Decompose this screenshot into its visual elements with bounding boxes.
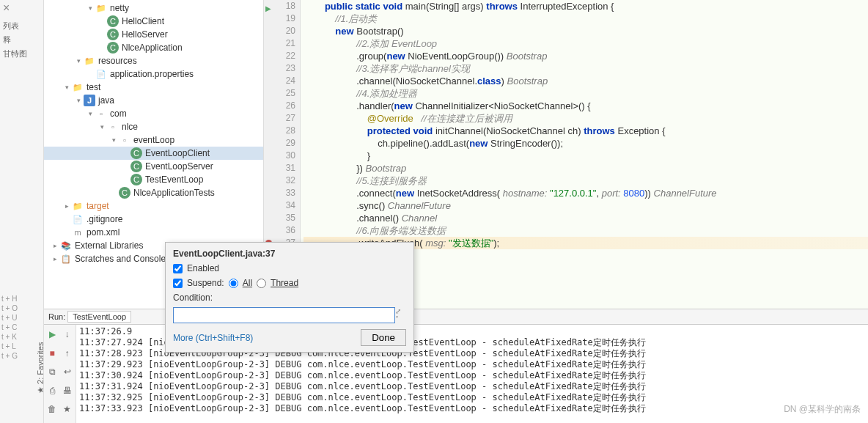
tree-item[interactable]: ▾▫eventLoop <box>44 133 263 147</box>
tree-label: test <box>87 82 100 92</box>
tree-label: External Libraries <box>75 240 143 251</box>
tree-item[interactable]: ▾▫com <box>44 107 263 120</box>
breakpoint-popup: EventLoopClient.java:37 Enabled Suspend:… <box>165 242 414 353</box>
export-icon[interactable]: ⎙ <box>45 384 59 397</box>
class-icon: C <box>107 15 119 27</box>
tree-item[interactable]: 📄.gitignore <box>44 213 263 226</box>
class-icon: C <box>130 147 142 159</box>
file-icon: 📄 <box>72 213 84 225</box>
suspend-label: Suspend: <box>187 278 224 288</box>
tree-item[interactable]: CHelloClient <box>44 15 263 28</box>
tree-label: resources <box>98 56 137 66</box>
tree-item[interactable]: ▾▫nlce <box>44 120 263 133</box>
class-icon: C <box>107 29 119 40</box>
tree-label: NlceApplicationTests <box>133 188 215 198</box>
class-icon: C <box>130 174 142 185</box>
tree-label: com <box>110 108 127 119</box>
print-icon[interactable]: 🖶 <box>61 384 74 397</box>
tree-label: nlce <box>122 122 138 132</box>
package-icon: ▫ <box>107 121 119 133</box>
tree-item[interactable]: ▾📁resources <box>44 54 263 67</box>
trash-icon[interactable]: 🗑 <box>45 402 59 416</box>
tree-item[interactable]: CHelloServer <box>44 28 263 41</box>
file-icon: 📄 <box>95 68 107 80</box>
shortcut-list: t + H t + O t + U t + C t + K t + L t + … <box>1 295 18 361</box>
sidebar-tab[interactable]: 列表 <box>3 21 40 32</box>
tree-item[interactable]: mpom.xml <box>44 226 263 239</box>
tree-label: NlceApplication <box>122 43 183 53</box>
tree-item[interactable]: ▾📁test <box>44 81 263 94</box>
tree-item[interactable]: CEventLoopServer <box>44 160 263 173</box>
java-icon: J <box>84 95 95 106</box>
tree-label: .gitignore <box>87 214 122 224</box>
close-icon[interactable]: × <box>3 1 40 15</box>
tree-label: pom.xml <box>87 227 119 238</box>
thread-radio[interactable] <box>257 279 266 288</box>
tree-item[interactable]: ▾Jjava <box>44 94 263 107</box>
tree-label: HelloServer <box>122 29 168 40</box>
sidebar-tab[interactable]: 释 <box>3 34 40 45</box>
filter-icon[interactable]: ⧉ <box>45 365 59 378</box>
tree-label: eventLoop <box>133 135 174 145</box>
folder-icon: 📁 <box>72 200 84 212</box>
scratch-icon: 📋 <box>60 253 72 265</box>
library-icon: 📚 <box>60 240 72 251</box>
tree-label: java <box>98 95 114 106</box>
class-icon: C <box>119 187 130 199</box>
tree-item[interactable]: ▸📁target <box>44 199 263 213</box>
tree-item[interactable]: CEventLoopClient <box>44 147 263 160</box>
run-config-name[interactable]: TestEventLoop <box>67 311 131 323</box>
up-icon[interactable]: ↑ <box>61 347 74 360</box>
tree-label: netty <box>110 3 129 13</box>
tree-item[interactable]: 📄application.properties <box>44 67 263 81</box>
condition-label: Condition: <box>173 293 213 303</box>
suspend-checkbox[interactable] <box>173 279 183 288</box>
package-icon: ▫ <box>119 134 130 146</box>
tree-label: TestEventLoop <box>145 174 203 185</box>
tree-label: target <box>87 201 109 211</box>
all-radio[interactable] <box>229 279 238 288</box>
package-icon: ▫ <box>95 108 107 119</box>
expand-icon[interactable]: ⤢ ˅ <box>395 307 406 323</box>
breakpoint-title: EventLoopClient.java:37 <box>173 249 406 259</box>
tree-item[interactable]: CNlceApplicationTests <box>44 186 263 199</box>
stop-icon[interactable]: ■ <box>45 347 59 360</box>
tree-item[interactable]: CNlceApplication <box>44 41 263 54</box>
settings-icon[interactable]: ★ <box>61 402 74 416</box>
run-label: Run: <box>48 312 65 321</box>
watermark: DN @某科学的南条 <box>784 403 861 416</box>
class-icon: C <box>130 161 142 172</box>
more-link[interactable]: More (Ctrl+Shift+F8) <box>173 333 253 343</box>
tree-label: EventLoopClient <box>145 148 210 158</box>
wrap-icon[interactable]: ↩ <box>61 365 74 378</box>
file-icon: m <box>72 227 84 238</box>
tree-label: Scratches and Console <box>75 254 166 264</box>
done-button[interactable]: Done <box>361 329 406 346</box>
tree-label: EventLoopServer <box>145 161 213 172</box>
tree-label: HelloClient <box>122 16 164 26</box>
favorites-tab[interactable]: ★ 2: Favorites <box>36 342 45 394</box>
folder-icon: 📁 <box>95 2 107 14</box>
enabled-label: Enabled <box>187 263 219 273</box>
down-icon[interactable]: ↓ <box>61 328 74 341</box>
class-icon: C <box>107 42 119 54</box>
enabled-checkbox[interactable] <box>173 264 183 273</box>
folder-icon: 📁 <box>84 55 95 67</box>
tree-label: application.properties <box>110 69 194 79</box>
console-toolbar: ▶ ↓ ■ ↑ ⧉ ↩ ⎙ 🖶 🗑 ★ <box>44 325 76 423</box>
folder-icon: 📁 <box>72 81 84 93</box>
condition-input[interactable] <box>173 307 395 323</box>
sidebar-tab[interactable]: 甘特图 <box>3 48 40 59</box>
run-icon[interactable]: ▶ <box>45 328 59 341</box>
tree-item[interactable]: CTestEventLoop <box>44 173 263 186</box>
tree-item[interactable]: ▾📁netty <box>44 1 263 15</box>
